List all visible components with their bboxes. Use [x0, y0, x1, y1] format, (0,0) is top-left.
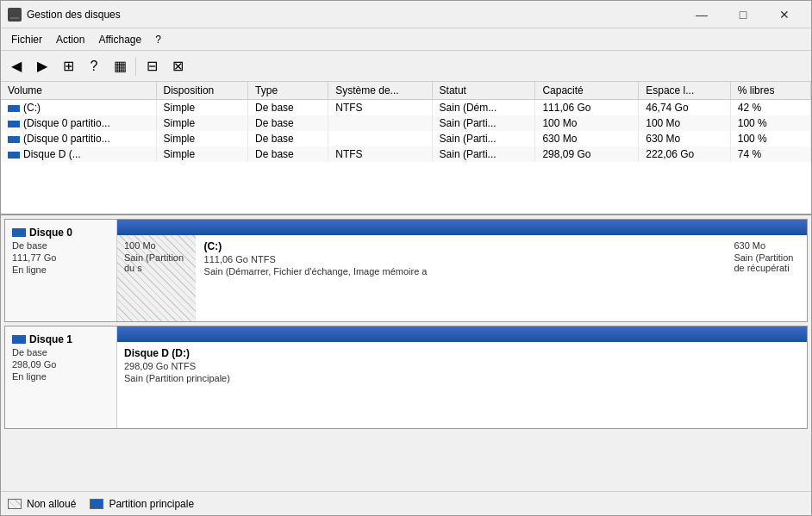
menubar: Fichier Action Affichage ? — [1, 28, 811, 51]
disk-section: Disque 0 De base 111,77 Go En ligne 100 … — [1, 215, 811, 491]
col-systeme[interactable]: Système de... — [328, 82, 432, 100]
cell-systeme — [328, 131, 432, 146]
svg-rect-1 — [10, 17, 19, 19]
legend: Non alloué Partition principale — [1, 491, 811, 515]
table-row[interactable]: Disque D (...SimpleDe baseNTFSSain (Part… — [1, 146, 811, 162]
disk-type: De base — [12, 240, 109, 251]
main-window: Gestion des disques — □ ✕ Fichier Action… — [0, 0, 812, 516]
svg-rect-0 — [9, 9, 20, 16]
partition-status: Sain (Partition du s — [124, 252, 189, 273]
toolbar: ◀ ▶ ⊞ ? ▦ ⊟ ⊠ — [1, 51, 811, 82]
cell-statut: Sain (Parti... — [432, 115, 535, 131]
close-button[interactable]: ✕ — [765, 2, 804, 28]
table-row[interactable]: (Disque 0 partitio...SimpleDe baseSain (… — [1, 115, 811, 131]
partitions-row: Disque D (D:)298,09 Go NTFSSain (Partiti… — [117, 342, 807, 428]
col-disposition[interactable]: Disposition — [156, 82, 248, 100]
view-button[interactable]: ⊞ — [56, 54, 80, 78]
legend-unallocated-box — [8, 499, 22, 509]
cell-type: De base — [248, 100, 328, 116]
partition-size: 298,09 Go NTFS — [124, 361, 798, 371]
cell-statut: Sain (Parti... — [432, 131, 535, 146]
cell-disposition: Simple — [156, 115, 248, 131]
cell-type: De base — [248, 146, 328, 162]
cell-disposition: Simple — [156, 146, 248, 162]
cell-volume: Disque D (... — [1, 146, 156, 162]
cell-volume: (C:) — [1, 100, 156, 116]
cell-espace: 222,06 Go — [639, 146, 731, 162]
titlebar-controls: — □ ✕ — [682, 2, 804, 28]
cell-systeme — [328, 115, 432, 131]
cell-espace: 46,74 Go — [639, 100, 731, 116]
cell-statut: Sain (Parti... — [432, 146, 535, 162]
legend-primary-box — [90, 499, 103, 509]
cell-systeme: NTFS — [328, 100, 432, 116]
back-button[interactable]: ◀ — [4, 54, 28, 78]
view2-button[interactable]: ▦ — [108, 54, 132, 78]
disk-row-disk0: Disque 0 De base 111,77 Go En ligne 100 … — [4, 219, 808, 322]
cell-espace: 630 Mo — [639, 131, 731, 146]
cell-libres: 42 % — [730, 100, 810, 116]
col-espace[interactable]: Espace l... — [639, 82, 731, 100]
partition-disk0-p3[interactable]: 630 MoSain (Partition de récupérati — [727, 235, 807, 321]
disk-size: 298,09 Go — [12, 359, 109, 370]
cell-libres: 100 % — [730, 115, 810, 131]
disk-type: De base — [12, 347, 109, 357]
titlebar: Gestion des disques — □ ✕ — [1, 1, 811, 28]
col-type[interactable]: Type — [248, 82, 328, 100]
disk-partitions-disk1: Disque D (D:)298,09 Go NTFSSain (Partiti… — [117, 326, 807, 428]
disk-icon — [12, 335, 26, 344]
col-libres[interactable]: % libres — [730, 82, 810, 100]
partition-status: Sain (Démarrer, Fichier d'échange, Image… — [204, 266, 719, 277]
cell-capacite: 100 Mo — [535, 115, 639, 131]
partition-disk0-p2[interactable]: (C:)111,06 Go NTFSSain (Démarrer, Fichie… — [197, 235, 728, 321]
cell-capacite: 630 Mo — [535, 131, 639, 146]
partition-disk1-p1[interactable]: Disque D (D:)298,09 Go NTFSSain (Partiti… — [117, 342, 807, 428]
col-capacite[interactable]: Capacité — [535, 82, 639, 100]
legend-unallocated-label: Non alloué — [27, 498, 76, 510]
table-row[interactable]: (C:)SimpleDe baseNTFSSain (Dém...111,06 … — [1, 100, 811, 116]
view3-button[interactable]: ⊟ — [140, 54, 164, 78]
disk-label-disk0: Disque 0 De base 111,77 Go En ligne — [5, 220, 117, 321]
cell-espace: 100 Mo — [639, 115, 731, 131]
table-row[interactable]: (Disque 0 partitio...SimpleDe baseSain (… — [1, 131, 811, 146]
legend-primary: Partition principale — [90, 498, 194, 510]
view4-button[interactable]: ⊠ — [166, 54, 190, 78]
menu-aide[interactable]: ? — [148, 32, 168, 47]
menu-fichier[interactable]: Fichier — [4, 32, 49, 47]
maximize-button[interactable]: □ — [723, 2, 763, 28]
disk-status: En ligne — [12, 371, 109, 382]
volume-icon — [8, 152, 20, 159]
disk-title: Disque 1 — [12, 333, 109, 345]
menu-action[interactable]: Action — [49, 32, 91, 47]
cell-statut: Sain (Dém... — [432, 100, 535, 116]
cell-volume: (Disque 0 partitio... — [1, 131, 156, 146]
minimize-button[interactable]: — — [682, 2, 721, 28]
volume-table: Volume Disposition Type Système de... St… — [1, 82, 811, 162]
disk-title: Disque 0 — [12, 227, 109, 239]
menu-affichage[interactable]: Affichage — [91, 32, 148, 47]
window-title: Gestion des disques — [27, 9, 682, 21]
disk-name: Disque 0 — [29, 227, 72, 239]
main-content: Volume Disposition Type Système de... St… — [1, 82, 811, 491]
partition-size: 100 Mo — [124, 240, 189, 251]
cell-disposition: Simple — [156, 131, 248, 146]
partition-disk0-p1[interactable]: 100 MoSain (Partition du s — [117, 235, 197, 321]
disk-name: Disque 1 — [29, 333, 72, 345]
cell-libres: 100 % — [730, 131, 810, 146]
cell-type: De base — [248, 115, 328, 131]
col-statut[interactable]: Statut — [432, 82, 535, 100]
cell-capacite: 111,06 Go — [535, 100, 639, 116]
partition-size: 630 Mo — [734, 240, 798, 251]
partitions-row: 100 MoSain (Partition du s(C:)111,06 Go … — [117, 235, 807, 321]
help-button[interactable]: ? — [82, 54, 106, 78]
legend-primary-label: Partition principale — [109, 498, 194, 510]
partition-name: (C:) — [204, 240, 719, 252]
col-volume[interactable]: Volume — [1, 82, 156, 100]
legend-unallocated: Non alloué — [8, 498, 76, 510]
forward-button[interactable]: ▶ — [30, 54, 54, 78]
disk-header-bar — [117, 220, 807, 235]
partition-size: 111,06 Go NTFS — [204, 254, 719, 264]
cell-systeme: NTFS — [328, 146, 432, 162]
disk-partitions-disk0: 100 MoSain (Partition du s(C:)111,06 Go … — [117, 220, 807, 321]
disk-label-disk1: Disque 1 De base 298,09 Go En ligne — [5, 326, 117, 428]
